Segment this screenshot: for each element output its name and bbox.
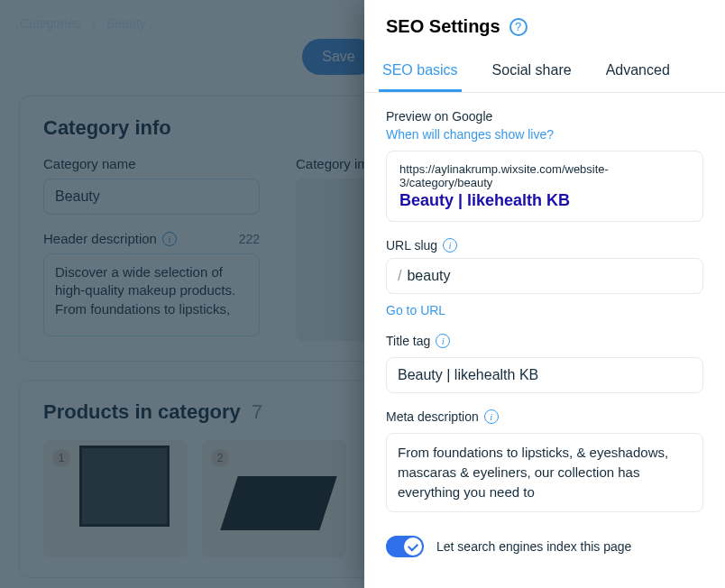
- preview-changes-link[interactable]: When will changes show live?: [386, 127, 703, 142]
- index-toggle[interactable]: [386, 536, 424, 557]
- go-to-url-link[interactable]: Go to URL: [386, 303, 703, 317]
- meta-desc-textarea[interactable]: From foundations to lipsticks, & eyeshad…: [386, 433, 703, 512]
- preview-label: Preview on Google: [386, 109, 703, 124]
- seo-settings-panel: SEO Settings ? SEO basics Social share A…: [364, 0, 725, 588]
- slash-prefix: /: [398, 268, 401, 284]
- seo-tabs: SEO basics Social share Advanced: [364, 51, 725, 93]
- info-icon[interactable]: i: [484, 409, 499, 424]
- tab-social-share[interactable]: Social share: [489, 51, 575, 92]
- tab-seo-basics[interactable]: SEO basics: [379, 51, 462, 92]
- title-tag-input[interactable]: [386, 357, 703, 393]
- title-tag-label: Title tag: [386, 334, 430, 348]
- help-icon[interactable]: ?: [509, 18, 528, 36]
- url-slug-input[interactable]: / beauty: [386, 258, 703, 294]
- info-icon[interactable]: i: [443, 238, 457, 253]
- info-icon[interactable]: i: [436, 334, 450, 348]
- preview-title: Beauty | likehealth KB: [399, 191, 690, 210]
- preview-url: https://aylinakrump.wixsite.com/website-…: [399, 162, 690, 189]
- meta-desc-label: Meta description: [386, 409, 479, 424]
- url-slug-label: URL slug: [386, 238, 437, 253]
- index-toggle-label: Let search engines index this page: [436, 539, 631, 554]
- tab-advanced[interactable]: Advanced: [602, 51, 674, 92]
- seo-panel-title: SEO Settings: [386, 16, 500, 37]
- google-preview-box: https://aylinakrump.wixsite.com/website-…: [386, 151, 703, 222]
